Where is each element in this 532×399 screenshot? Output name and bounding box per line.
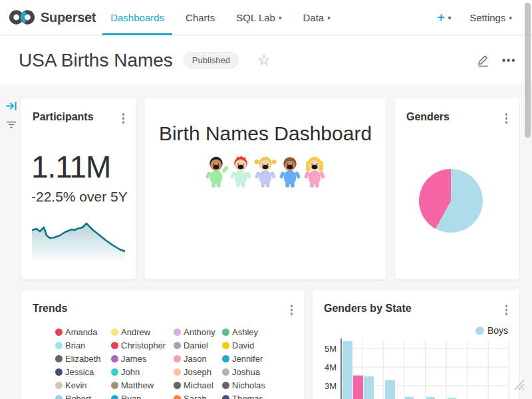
page-scrollbar-thumb[interactable] [525,3,531,138]
expand-filter-bar-icon[interactable] [5,100,18,112]
brand[interactable]: Superset [8,8,96,27]
big-number-value: 1.11M [31,150,110,184]
svg-text:3M: 3M [325,381,336,391]
participants-sparkline-chart [32,221,125,259]
legend-item[interactable]: Joshua [222,367,275,377]
navbar: Superset Dashboards Charts SQL Lab ▾ Dat… [0,0,532,35]
legend-item[interactable]: Michael [174,380,222,390]
legend-item[interactable]: David [222,340,275,350]
legend-label: James [121,354,146,364]
legend-color-dot [55,342,63,349]
legend-label: Sarah [184,394,207,399]
genders-card: Genders [395,98,519,279]
legend-item[interactable]: Jessica [55,367,111,377]
legend-color-dot [174,342,181,349]
kebab-menu-icon[interactable] [288,303,296,317]
legend-item[interactable]: Elizabeth [55,354,111,364]
legend-color-dot [111,355,118,362]
legend-item[interactable]: Daniel [174,340,222,350]
filter-icon[interactable] [5,120,17,130]
legend-color-dot [174,329,181,336]
legend-label: Kevin [65,380,87,390]
legend-color-dot [222,395,229,399]
legend-item[interactable]: Ryan [111,394,174,399]
genders-by-state-bar-chart: 5M4M3M [313,336,519,399]
chevron-down-icon: ▾ [509,15,512,21]
legend-label: John [121,367,140,377]
card-resize-handle-icon[interactable] [508,374,525,391]
legend-color-dot [174,355,181,362]
legend-label: Elizabeth [65,354,100,364]
legend-item[interactable]: Sarah [174,394,222,399]
legend-label: Michael [184,380,213,390]
legend-item[interactable]: Thomas [222,394,275,399]
nav-item-sql-lab[interactable]: SQL Lab ▾ [225,0,292,35]
legend-item[interactable]: Nicholas [222,380,275,390]
kebab-menu-icon[interactable] [503,303,511,317]
genders-pie-chart [419,169,483,233]
legend-color-dot [174,368,181,376]
more-menu-icon[interactable]: ••• [502,55,516,66]
markdown-heading: Birth Names Dashboard [145,122,386,145]
legend-label: Joseph [184,367,211,377]
settings-menu[interactable]: Settings ▾ [469,12,512,23]
nav-item-charts[interactable]: Charts [175,0,225,35]
card-title: Trends [33,303,67,315]
legend-label: Robert [65,394,91,399]
legend-color-dot [222,329,229,336]
favorite-star-icon[interactable]: ☆ [257,53,271,68]
published-badge[interactable]: Published [184,52,239,68]
legend-color-dot [475,327,484,335]
legend-item[interactable]: John [111,367,174,377]
legend-color-dot [55,382,63,389]
legend-label: Matthew [121,380,154,390]
baby-figure [229,155,253,190]
legend-item[interactable]: Jason [174,354,222,364]
chevron-down-icon: ▾ [279,15,282,21]
svg-text:5M: 5M [325,344,336,354]
edit-pencil-icon[interactable] [476,53,490,67]
chevron-down-icon: ▾ [327,15,331,21]
legend-color-dot [111,382,118,389]
birth-names-markdown-card: Birth Names Dashboard [145,98,386,279]
legend-color-dot [174,395,181,399]
legend-color-dot [111,368,118,376]
dashboard-header: USA Births Names Published ☆ ••• [0,36,532,84]
big-number-trend: -22.5% over 5Y [31,189,128,205]
legend-item[interactable]: James [111,354,174,364]
legend-label: Ashley [232,327,258,337]
legend-item[interactable]: Andrew [111,327,174,337]
legend-label: Boys [487,325,508,336]
legend-item[interactable]: Amanda [55,327,111,337]
nav-item-data[interactable]: Data ▾ [292,0,340,35]
legend-label: Anthony [184,327,215,337]
baby-figure [278,155,302,190]
legend-color-dot [55,395,63,399]
legend-label: Joshua [232,367,260,377]
genders-by-state-card: Genders by State Boys 5M4M3M [313,290,519,399]
legend-item[interactable]: Joseph [174,367,222,377]
kebab-menu-icon[interactable] [120,111,128,126]
legend-label: Amanda [65,327,97,337]
legend-label: David [232,340,254,350]
new-item-button[interactable]: + ▾ [438,10,452,25]
legend-color-dot [55,329,63,336]
legend-item[interactable]: Jennifer [222,354,275,364]
legend-item[interactable]: Robert [55,394,111,399]
legend-item[interactable]: Matthew [111,380,174,390]
boys-legend-item[interactable]: Boys [475,325,508,336]
legend-label: Brian [65,340,85,350]
baby-figure [303,155,327,190]
legend-item[interactable]: Christopher [111,340,174,350]
legend-item[interactable]: Anthony [174,327,222,337]
chevron-down-icon: ▾ [448,15,452,21]
nav-item-dashboards[interactable]: Dashboards [100,0,175,35]
baby-figure [253,155,277,190]
kebab-menu-icon[interactable] [503,111,511,126]
legend-item[interactable]: Kevin [55,380,111,390]
legend-item[interactable]: Brian [55,340,111,350]
legend-label: Ryan [121,394,141,399]
legend-color-dot [222,382,229,389]
legend-item[interactable]: Ashley [222,327,275,337]
legend-label: Jason [184,354,207,364]
